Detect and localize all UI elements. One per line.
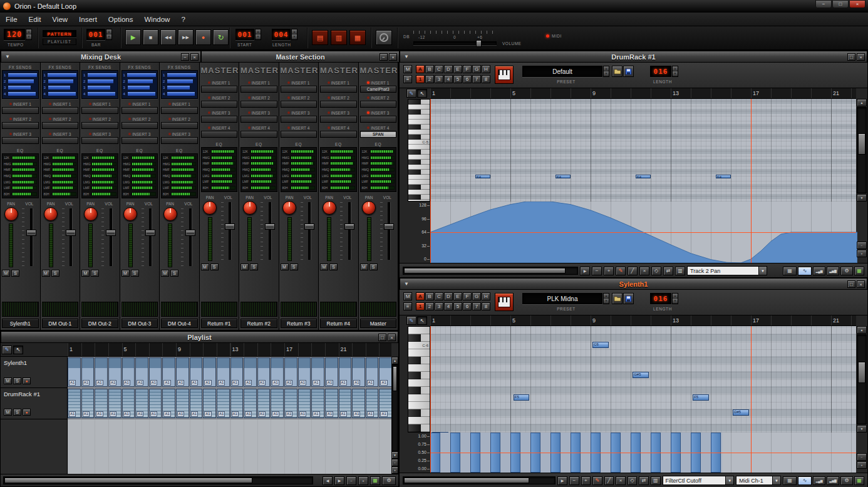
black-key[interactable] <box>408 125 430 130</box>
insert-slot[interactable] <box>240 101 277 108</box>
insert-slot[interactable] <box>121 122 158 129</box>
steps-view-button[interactable]: ▂▄▆ <box>813 476 825 485</box>
pattern-clip[interactable]: A1 <box>135 357 148 387</box>
sylenth-pattern-number-2[interactable]: 2 <box>425 302 434 310</box>
black-key[interactable] <box>408 100 430 105</box>
fx-send-slot[interactable]: 4 <box>4 91 37 97</box>
fx-send-slot[interactable]: 3 <box>123 85 157 91</box>
fx-send-slot[interactable]: 1 <box>44 72 77 78</box>
close-button[interactable]: × <box>857 53 865 61</box>
fx-send-slot[interactable]: 1 <box>4 72 37 78</box>
playlist-ruler[interactable]: 159131721 <box>68 343 391 357</box>
up-arrow-icon[interactable]: ▲ <box>604 294 609 299</box>
white-key[interactable] <box>408 115 430 120</box>
scroll-up-button[interactable]: ▲ <box>857 326 867 334</box>
volume-slider-handle[interactable] <box>476 40 482 47</box>
forward-button[interactable]: ▶▶ <box>178 29 194 45</box>
scroll-right-button[interactable]: ▶ <box>580 267 590 275</box>
down-arrow-icon[interactable]: ▼ <box>673 299 678 304</box>
histogram-tool-button[interactable]: ▥ <box>651 476 661 485</box>
white-key[interactable] <box>408 155 430 160</box>
pattern-clip[interactable]: A1 <box>311 389 324 418</box>
select-tool-button[interactable]: ↖ <box>13 346 23 354</box>
close-button[interactable]: × <box>190 53 199 61</box>
white-key[interactable]: C-5 <box>408 140 430 145</box>
eq-display[interactable]: 12KHMGHMFHMQLMGLMF80H <box>281 147 318 192</box>
sylenth-note-grid[interactable]: C5F5C6G#5F5D#5 <box>430 326 856 433</box>
drumrack-pattern-number-8[interactable]: 8 <box>482 75 490 83</box>
collapse-icon[interactable]: ▼ <box>404 54 409 59</box>
select-tool-button[interactable]: ↖ <box>417 89 427 98</box>
close-button[interactable]: × <box>857 280 865 288</box>
scroll-thumb[interactable] <box>858 362 865 383</box>
solo-button[interactable]: S <box>329 264 338 270</box>
white-key[interactable] <box>408 180 430 185</box>
mute-button[interactable]: M <box>201 264 209 270</box>
white-key[interactable] <box>408 327 430 334</box>
sylenth-pattern-letter-D[interactable]: D <box>444 292 453 300</box>
close-button[interactable]: × <box>388 334 396 341</box>
track-solo-button[interactable]: S <box>13 377 21 384</box>
down-arrow-icon[interactable]: ▼ <box>604 299 609 304</box>
midi-note[interactable]: F4 <box>555 175 571 178</box>
insert-slot[interactable] <box>201 131 238 138</box>
wave-view-button[interactable]: ∿ <box>798 267 812 275</box>
open-preset-button[interactable] <box>612 293 623 304</box>
window-maximize-button[interactable]: □ <box>832 0 849 8</box>
fx-send-slot[interactable]: 2 <box>44 78 77 85</box>
pan-knob[interactable] <box>323 201 336 215</box>
pattern-clip[interactable]: A1 <box>257 389 271 418</box>
sylenth-pattern-number-8[interactable]: 8 <box>482 302 490 310</box>
erase-tool-button[interactable]: × <box>616 476 626 485</box>
pattern-clip[interactable]: A1 <box>190 357 203 387</box>
automation-target-select[interactable]: Track 2 Pan▼ <box>687 266 767 275</box>
white-key[interactable] <box>408 130 430 135</box>
pattern-clip[interactable]: A1 <box>81 357 95 387</box>
white-key[interactable] <box>408 145 430 150</box>
scroll-right-button[interactable]: ▶ <box>557 476 567 485</box>
insert-slot[interactable] <box>201 86 238 93</box>
channel-name[interactable]: Return #3 <box>281 319 318 328</box>
up-arrow-icon[interactable]: ▲ <box>106 29 111 34</box>
playlist-track-header[interactable]: Sylenth1MS● <box>1 357 67 388</box>
down-arrow-icon[interactable]: ▼ <box>604 71 609 76</box>
fader-grip[interactable] <box>304 223 314 230</box>
automation-target-select[interactable]: FilterCtl Cutoff▼ <box>663 476 735 485</box>
pattern-clip[interactable]: A1 <box>68 389 81 418</box>
down-arrow-icon[interactable]: ▼ <box>256 34 261 39</box>
insert-slot[interactable] <box>201 101 238 108</box>
sylenth-pattern-number-1[interactable]: 1 <box>416 302 425 310</box>
eq-display[interactable]: 12KHMGHMFHMQLMGLMF80H <box>121 153 158 198</box>
pan-knob[interactable] <box>243 201 257 215</box>
midi-note[interactable]: F4 <box>716 175 731 178</box>
pattern-clip[interactable]: A1 <box>149 389 162 418</box>
pattern-clip[interactable]: A1 <box>81 389 95 418</box>
solo-button[interactable]: S <box>131 270 139 277</box>
pattern-clip[interactable]: A1 <box>230 357 244 387</box>
line-tool-button[interactable]: ╱ <box>604 476 614 485</box>
eq-display[interactable]: 12KHMGHMFHMQLMGLMF80H <box>42 153 79 198</box>
fx-send-slot[interactable]: 2 <box>4 78 37 85</box>
channel-name[interactable]: Return #2 <box>240 319 277 328</box>
pattern-menu-button[interactable]: ≡ <box>403 302 412 310</box>
playlist-vertical-scrollbar[interactable]: ▲▼−+ <box>391 357 398 474</box>
solo-button[interactable]: S <box>91 270 99 277</box>
length-display[interactable]: 004 <box>272 29 291 40</box>
pattern-length-display[interactable]: 016 <box>650 293 671 304</box>
select-tool-button[interactable]: ↖ <box>417 316 427 325</box>
sylenth-pattern-number-7[interactable]: 7 <box>472 302 481 310</box>
insert-slot[interactable] <box>240 131 277 138</box>
zoom-in-button[interactable]: + <box>604 267 614 275</box>
black-key[interactable] <box>408 334 430 342</box>
maximize-button[interactable]: □ <box>847 53 855 61</box>
sylenth-pattern-number-4[interactable]: 4 <box>444 302 453 310</box>
draw-tool-button[interactable]: ✎ <box>406 89 416 98</box>
drumrack-automation-lane[interactable] <box>430 202 856 263</box>
midi-note[interactable]: F5 <box>693 394 709 401</box>
pattern-clip[interactable]: A1 <box>284 357 297 387</box>
solo-button[interactable]: S <box>369 264 378 270</box>
sylenth-pattern-letter-B[interactable]: B <box>425 292 434 300</box>
pattern-clip[interactable]: A1 <box>379 357 392 387</box>
fx-send-slot[interactable]: 1 <box>83 72 116 78</box>
pattern-clip[interactable]: A1 <box>95 389 108 418</box>
